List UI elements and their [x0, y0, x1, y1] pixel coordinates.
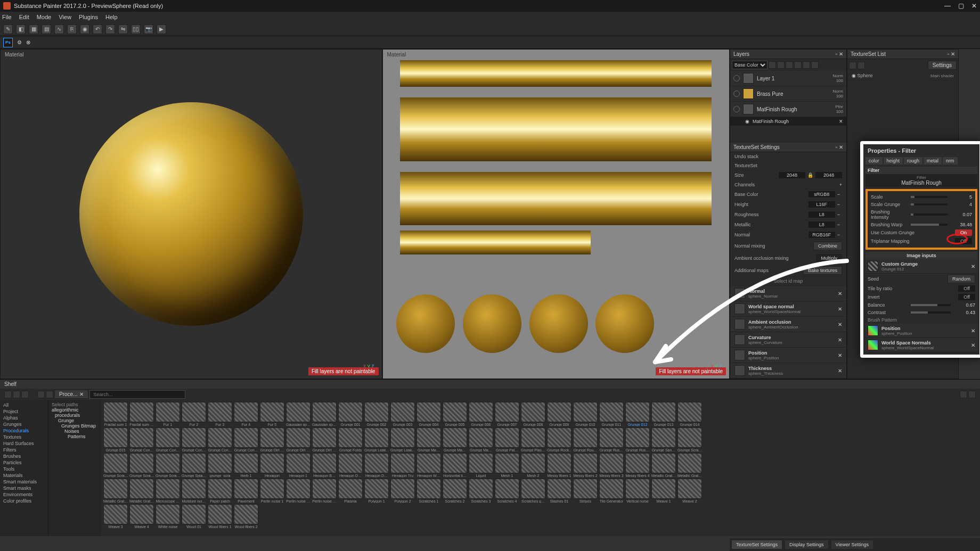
random-button[interactable]: Random: [948, 275, 975, 283]
shelf-item[interactable]: Moisture noi…: [182, 479, 206, 503]
shelf-item[interactable]: Grunge 013: [651, 402, 676, 426]
shelf-item[interactable]: Herb 1: [234, 453, 258, 478]
shelf-tree-item[interactable]: procedurals: [52, 413, 98, 418]
shelf-item[interactable]: Fractal sum …: [129, 402, 154, 426]
shelf-item[interactable]: Grunge Dirt …: [312, 427, 337, 452]
tile-row[interactable]: Tile by ratioOff: [865, 284, 977, 293]
shelf-category[interactable]: Brushes: [3, 453, 45, 459]
shelf-item[interactable]: Polygon 2: [390, 479, 415, 503]
shelf-tree-item[interactable]: allegorithmic: [52, 407, 98, 413]
shelf-category[interactable]: Hard Surfaces: [3, 440, 45, 447]
tab-nrm[interactable]: nrm: [943, 157, 958, 165]
ao-mixing-row[interactable]: Ambient occlusion mixingMultiply: [730, 252, 846, 265]
undo-icon[interactable]: ↶: [93, 24, 102, 34]
shelf-item[interactable]: Grunge Scra…: [103, 453, 128, 478]
shelf-item[interactable]: Grunge Leak…: [364, 427, 389, 452]
invert-row[interactable]: InvertOff: [865, 293, 977, 301]
menu-mode[interactable]: Mode: [37, 14, 52, 20]
delete-layer-icon[interactable]: [811, 61, 819, 69]
size-row[interactable]: Size 2048 🔒 2048: [730, 170, 846, 180]
camera-icon[interactable]: 📷: [144, 24, 153, 34]
shelf-tree-item[interactable]: Noises: [52, 429, 98, 434]
shelf-item[interactable]: Grunge 001: [338, 402, 363, 426]
shelf-item[interactable]: grunge_scra: [208, 453, 232, 478]
close-button[interactable]: ✕: [971, 2, 977, 10]
tslist-solo-icon[interactable]: [849, 62, 856, 69]
tab-height[interactable]: height: [884, 157, 903, 165]
shelf-item[interactable]: Grunge 007: [495, 402, 519, 426]
shelf-item[interactable]: Metallic Grat…: [103, 479, 128, 503]
channel-row[interactable]: Base ColorsRGB8−: [730, 190, 846, 200]
eye-icon[interactable]: [733, 75, 740, 81]
filter-slot[interactable]: Filter MatFinish Rough: [865, 174, 977, 187]
shelf-item[interactable]: Perlin noise …: [312, 479, 337, 503]
shelf-item[interactable]: Fur 4: [234, 402, 258, 426]
shelf-item[interactable]: Grunge 009: [547, 402, 571, 426]
shelf-category[interactable]: Filters: [3, 447, 45, 453]
param-use-custom[interactable]: Use Custom GrungeOn: [869, 228, 974, 237]
shelf-item[interactable]: Perlin noise …: [286, 479, 311, 503]
layers-undock-icon[interactable]: ▫ ✕: [836, 51, 843, 57]
shelf-item[interactable]: Fur 1: [156, 402, 180, 426]
symmetry-icon[interactable]: ⇋: [118, 24, 128, 34]
shelf-category[interactable]: Color profiles: [3, 498, 45, 504]
shelf-item[interactable]: Grunge Ma…: [469, 427, 493, 452]
shelf-item[interactable]: Mesh 1: [495, 453, 519, 478]
shelf-breadcrumb[interactable]: Proce... ✕: [54, 390, 88, 399]
shelf-category[interactable]: Environments: [3, 491, 45, 498]
clear-map-icon[interactable]: ✕: [838, 322, 842, 327]
shelf-item[interactable]: Grunge Plas…: [521, 427, 545, 452]
tab-display-settings[interactable]: Display Settings: [785, 540, 828, 549]
shelf-item[interactable]: Wood fibers 2: [234, 504, 258, 529]
shelf-item[interactable]: Liquid: [469, 453, 493, 478]
shelf-nav-fwd-icon[interactable]: [46, 391, 53, 398]
shelf-item[interactable]: Grunge 005: [443, 402, 467, 426]
shelf-item[interactable]: Gaussian sp…: [286, 402, 311, 426]
shelf-item[interactable]: Grunge Spla…: [182, 453, 206, 478]
shelf-category[interactable]: Tools: [3, 466, 45, 472]
layer-row[interactable]: Brass PureNorm100: [730, 86, 846, 102]
use-custom-toggle[interactable]: On: [955, 229, 972, 236]
channel-row[interactable]: RoughnessL8−: [730, 210, 846, 220]
shelf-category[interactable]: Procedurals: [3, 427, 45, 434]
shelf-item[interactable]: Weave 3: [103, 504, 128, 529]
channel-row[interactable]: HeightL16F−: [730, 200, 846, 210]
shelf-item[interactable]: Grunge 011: [599, 402, 624, 426]
tab-viewer-settings[interactable]: Viewer Settings: [831, 540, 873, 549]
map-row[interactable]: Normalsphere_Normal✕: [730, 286, 846, 301]
shelf-item[interactable]: Hexagon B…: [312, 453, 337, 478]
shelf-item[interactable]: Weave 2: [677, 479, 702, 503]
shelf-item[interactable]: Hexagon D…: [364, 453, 389, 478]
shelf-item[interactable]: Grunge Leak…: [390, 427, 415, 452]
shelf-item[interactable]: Grunge Con…: [208, 427, 232, 452]
add-effect-icon[interactable]: [803, 61, 810, 69]
tool-clone-icon[interactable]: ⎘: [67, 24, 77, 34]
viewport-split-icon[interactable]: ▯▯: [131, 24, 141, 34]
textureset-item[interactable]: ◉ Sphere Main shader: [847, 71, 958, 80]
shelf-item[interactable]: Messy fibers 3: [599, 453, 624, 478]
clear-icon[interactable]: ✕: [971, 328, 975, 334]
shelf-item[interactable]: Weave 1: [651, 479, 676, 503]
tool-eraser-icon[interactable]: ◧: [16, 24, 26, 34]
param-brush-intensity[interactable]: Brushing Intensity0.07: [869, 208, 974, 221]
param-triplanar[interactable]: Triplanar MappingOff: [869, 237, 974, 245]
layer-effect[interactable]: ◉ MatFinish Rough ✕: [730, 117, 846, 126]
shelf-item[interactable]: Grunge Rus…: [625, 427, 650, 452]
shelf-item[interactable]: White noise: [156, 504, 180, 529]
shelf-category[interactable]: Smart materials: [3, 479, 45, 485]
shelf-item[interactable]: Grunge Ma…: [416, 427, 441, 452]
shelf-btn-icon[interactable]: [4, 391, 12, 398]
tool-polyfill-icon[interactable]: ▤: [42, 24, 51, 34]
map-row[interactable]: Thicknesssphere_Thickness✕: [730, 363, 846, 379]
channel-dropdown[interactable]: Base Color: [732, 61, 767, 69]
shelf-view-list-icon[interactable]: [968, 391, 976, 398]
shelf-item[interactable]: Grunge 010: [573, 402, 598, 426]
undo-stack-row[interactable]: Undo stack: [730, 152, 846, 161]
menu-edit[interactable]: Edit: [19, 14, 29, 20]
image-input-row[interactable]: World Space Normalssphere_WorldSpaceNorm…: [865, 338, 977, 352]
shelf-item[interactable]: Mesh 2: [521, 453, 545, 478]
custom-grunge-slot[interactable]: Custom GrungeGrunge 012 ✕: [865, 259, 977, 274]
shelf-item[interactable]: Slashes 01: [547, 479, 571, 503]
seed-row[interactable]: SeedRandom: [865, 274, 977, 284]
shelf-category[interactable]: Textures: [3, 434, 45, 440]
